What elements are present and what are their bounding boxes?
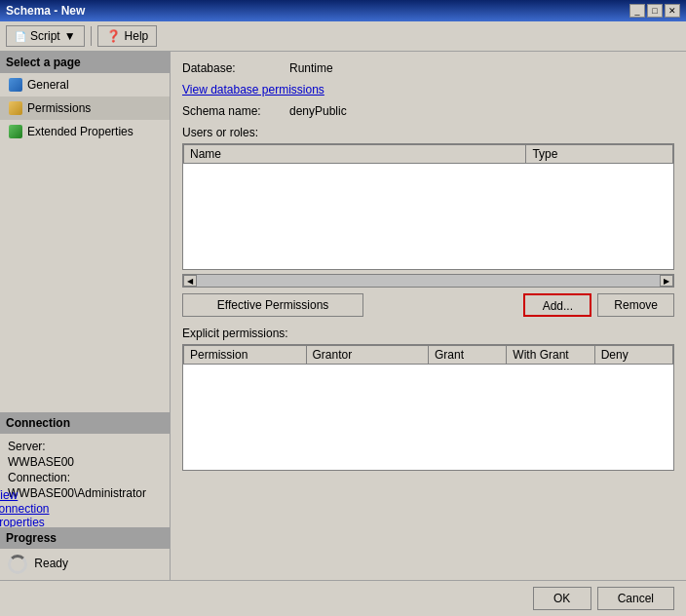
connection-header: Connection	[0, 412, 170, 434]
sidebar-connection-info: Server: WWBASE00 Connection: WWBASE00\Ad…	[0, 434, 170, 523]
col-withgrant-header: With Grant	[507, 346, 594, 365]
database-row: Database: Runtime	[182, 61, 674, 75]
select-page-header: Select a page	[0, 52, 170, 73]
col-permission-header: Permission	[184, 346, 307, 365]
maximize-button[interactable]: □	[647, 4, 663, 18]
window-body: 📄 Script ▼ ❓ Help Select a page General	[0, 21, 686, 616]
sidebar-item-extended-label: Extended Properties	[27, 125, 133, 138]
schema-name-label: Schema name:	[182, 104, 289, 118]
ok-button[interactable]: OK	[533, 587, 591, 610]
database-value: Runtime	[289, 61, 333, 75]
sidebar: Select a page General Permissions	[0, 52, 171, 580]
view-db-permissions-link[interactable]: View database permissions	[182, 83, 324, 96]
progress-section: Ready	[0, 549, 170, 580]
schema-name-row: Schema name: denyPublic	[182, 104, 674, 118]
connection-label-row: Connection:	[8, 471, 162, 484]
sidebar-item-permissions[interactable]: Permissions	[0, 96, 170, 120]
sidebar-item-general[interactable]: General	[0, 73, 170, 96]
col-grant-header: Grant	[429, 346, 507, 365]
close-button[interactable]: ✕	[665, 4, 680, 18]
progress-header: Progress	[0, 527, 170, 549]
help-icon: ❓	[106, 29, 121, 43]
scroll-track[interactable]	[197, 275, 660, 287]
server-value-row: WWBASE00	[8, 455, 162, 469]
explicit-permissions-table: Permission Grantor Grant With Grant Deny	[183, 345, 673, 365]
window-controls: _ □ ✕	[629, 4, 680, 18]
script-dropdown-arrow: ▼	[64, 29, 76, 43]
server-label-row: Server:	[8, 440, 162, 453]
bottom-bar: OK Cancel	[0, 580, 686, 616]
help-button[interactable]: ❓ Help	[97, 25, 158, 47]
cancel-button[interactable]: Cancel	[597, 587, 674, 610]
server-label: Server:	[8, 440, 46, 453]
script-icon: 📄	[15, 31, 26, 42]
explicit-permissions-label: Explicit permissions:	[182, 327, 674, 340]
help-label: Help	[125, 29, 149, 43]
col-type-header: Type	[526, 145, 673, 164]
server-value: WWBASE00	[8, 455, 74, 469]
remove-button[interactable]: Remove	[597, 293, 674, 317]
col-name-header: Name	[184, 145, 526, 164]
extended-icon	[8, 124, 23, 139]
view-connection-row: 🔗 View connection properties	[8, 502, 162, 516]
main-panel: Database: Runtime View database permissi…	[171, 52, 686, 580]
users-roles-table-area[interactable]: Name Type	[182, 143, 674, 270]
database-label: Database:	[182, 61, 289, 75]
content-area: Select a page General Permissions	[0, 52, 686, 580]
progress-spinner	[8, 555, 27, 574]
connection-label: Connection:	[8, 471, 70, 484]
effective-permissions-button[interactable]: Effective Permissions	[182, 293, 363, 317]
explicit-permissions-table-area[interactable]: Permission Grantor Grant With Grant Deny	[182, 344, 674, 471]
schema-name-value: denyPublic	[289, 104, 347, 118]
minimize-button[interactable]: _	[629, 4, 645, 18]
scroll-left-arrow[interactable]: ◀	[183, 275, 197, 287]
view-connection-link[interactable]: 🔗 View connection properties	[8, 502, 21, 516]
sidebar-items: General Permissions Extended Properties	[0, 73, 170, 408]
script-button[interactable]: 📄 Script ▼	[6, 25, 85, 47]
title-bar: Schema - New _ □ ✕	[0, 0, 686, 21]
scroll-right-arrow[interactable]: ▶	[660, 275, 673, 287]
add-button[interactable]: Add...	[523, 293, 591, 317]
permissions-icon	[8, 100, 23, 116]
window-title: Schema - New	[6, 4, 85, 18]
col-grantor-header: Grantor	[306, 346, 429, 365]
script-label: Script	[30, 29, 60, 43]
toolbar: 📄 Script ▼ ❓ Help	[0, 21, 686, 52]
sidebar-item-extended-properties[interactable]: Extended Properties	[0, 120, 170, 143]
users-or-roles-label: Users or roles:	[182, 126, 674, 139]
horizontal-scrollbar[interactable]: ◀ ▶	[182, 274, 674, 288]
progress-status: Ready	[34, 557, 68, 570]
users-roles-table: Name Type	[183, 144, 673, 164]
sidebar-item-general-label: General	[27, 78, 69, 92]
toolbar-separator	[91, 26, 92, 46]
permissions-btn-row: Effective Permissions Add... Remove	[182, 293, 674, 317]
col-deny-header: Deny	[594, 346, 672, 365]
sidebar-item-permissions-label: Permissions	[27, 101, 91, 115]
general-icon	[8, 77, 23, 93]
